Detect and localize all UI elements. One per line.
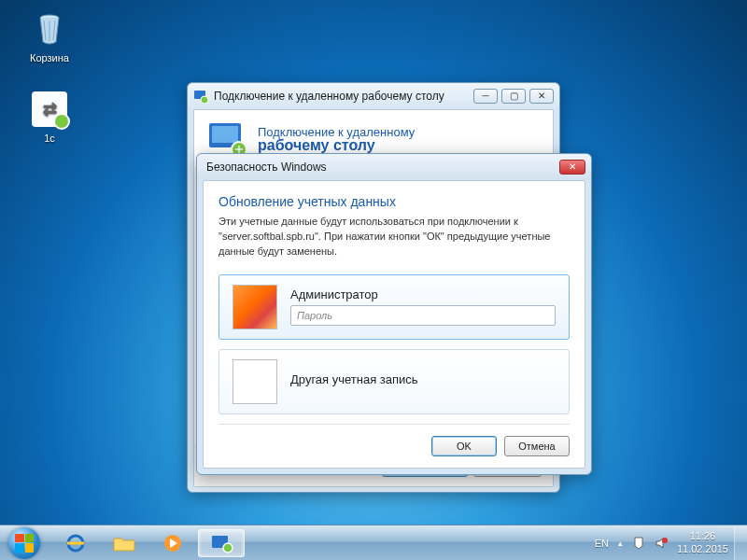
ok-button[interactable]: OK [431,436,497,456]
close-button[interactable]: ✕ [559,160,585,175]
cred-title: Безопасность Windows [203,161,559,174]
rdp-header-line2: рабочему столу [258,137,415,154]
cancel-button[interactable]: Отмена [504,436,570,456]
avatar-blank-icon [233,359,277,404]
account-tile-administrator[interactable]: Администратор [218,274,570,340]
show-desktop-button[interactable] [734,525,747,560]
svg-point-11 [662,538,668,543]
tray-chevron-icon[interactable]: ▴ [618,539,623,548]
taskbar-item-ie[interactable] [52,529,99,557]
rdp-titlebar[interactable]: Подключение к удаленному рабочему столу … [188,83,559,109]
svg-point-10 [223,543,233,553]
credentials-dialog: Безопасность Windows ✕ Обновление учетны… [196,153,592,475]
svg-point-2 [201,96,208,104]
minimize-button[interactable]: ─ [473,89,498,104]
clock[interactable]: 11:26 11.02.2015 [677,530,730,556]
cred-heading: Обновление учетных данных [218,194,570,209]
password-input[interactable] [290,305,556,326]
taskbar: EN ▴ 11:26 11.02.2015 [0,525,747,560]
svg-rect-4 [212,126,238,143]
windows-logo-icon [8,527,40,559]
cred-titlebar[interactable]: Безопасность Windows ✕ [197,154,591,180]
desktop-icon-label: Корзина [17,52,82,63]
rdp-icon [209,533,233,553]
system-tray: EN ▴ 11:26 11.02.2015 [591,525,734,560]
taskbar-item-wmp[interactable] [149,529,196,557]
desktop-icon-1c[interactable]: ⇄ 1c [17,90,82,144]
volume-icon[interactable] [655,537,668,550]
cred-description: Эти учетные данные будут использоваться … [218,215,570,259]
ie-icon [63,533,88,553]
language-indicator[interactable]: EN [595,538,609,549]
taskbar-item-explorer[interactable] [101,529,148,557]
rdp-title: Подключение к удаленному рабочему столу [214,90,473,103]
close-button[interactable]: ✕ [529,89,554,104]
account-name: Другая учетная запись [290,372,556,386]
media-player-icon [161,533,185,553]
rdp-icon [193,89,208,104]
start-button[interactable] [0,525,49,560]
desktop-icon-recycle-bin[interactable]: Корзина [17,9,82,63]
recycle-bin-icon [30,9,69,49]
action-center-icon[interactable] [632,537,645,550]
maximize-button[interactable]: ▢ [501,89,526,104]
desktop-icon-label: 1c [17,133,82,144]
account-tile-other[interactable]: Другая учетная запись [218,349,570,414]
account-name: Администратор [290,287,556,301]
folder-icon [112,533,136,553]
taskbar-item-rdp[interactable] [198,529,245,557]
oneC-icon: ⇄ [30,90,69,129]
avatar-icon [233,285,277,329]
